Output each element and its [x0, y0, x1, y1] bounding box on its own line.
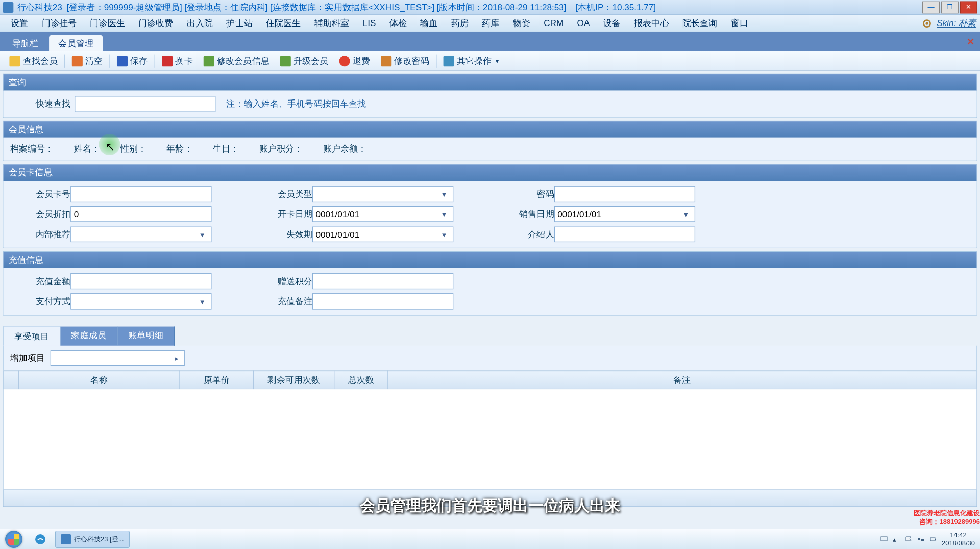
- password-input[interactable]: [554, 186, 695, 203]
- name-label: 姓名：: [74, 143, 100, 155]
- internal-rec-combo[interactable]: ▼: [70, 226, 211, 242]
- menu-blood[interactable]: 输血: [413, 15, 445, 32]
- sale-date-label: 销售日期: [480, 208, 554, 220]
- inner-tab-family[interactable]: 家庭成员: [60, 327, 117, 346]
- recharge-remark-input[interactable]: [312, 293, 453, 310]
- member-type-combo[interactable]: ▼: [312, 186, 453, 203]
- change-pwd-button[interactable]: 修改密码: [376, 53, 435, 69]
- menu-nurse[interactable]: 护士站: [219, 15, 259, 32]
- refund-button[interactable]: 退费: [334, 53, 376, 69]
- chevron-down-icon: ▼: [438, 190, 450, 197]
- menu-admission[interactable]: 出入院: [180, 15, 220, 32]
- card-no-input[interactable]: [70, 186, 211, 203]
- grid-col-remark[interactable]: 备注: [388, 371, 976, 389]
- tray-up-icon[interactable]: ▴: [893, 536, 900, 543]
- recharge-amount-input[interactable]: [70, 273, 211, 290]
- grid-col-price[interactable]: 原单价: [180, 371, 254, 389]
- expire-date-picker[interactable]: 0001/01/01▼: [312, 226, 453, 242]
- close-button[interactable]: ✕: [960, 1, 977, 13]
- swap-card-button[interactable]: 换卡: [157, 53, 199, 69]
- db-info: [连接数据库：实用数据库<XXHIS_TEST>]: [270, 1, 434, 13]
- tray-clock[interactable]: 14:422018/08/30: [942, 531, 975, 547]
- menu-device[interactable]: 设备: [597, 15, 628, 32]
- member-info-section: 会员信息 档案编号： 姓名： 性别： 年龄： 生日： 账户积分： 账户余额： ↖: [3, 121, 977, 161]
- tray-flag-icon[interactable]: [905, 536, 912, 543]
- grid-col-total[interactable]: 总次数: [334, 371, 388, 389]
- edit-member-button[interactable]: 修改会员信息: [198, 53, 275, 69]
- menu-outpatient-fee[interactable]: 门诊收费: [132, 15, 180, 32]
- referrer-label: 介绍人: [480, 228, 554, 240]
- taskbar-app-button[interactable]: 行心科技23 [登...: [55, 531, 130, 548]
- other-ops-button[interactable]: 其它操作▾: [438, 53, 504, 69]
- grid-col-remain[interactable]: 剩余可用次数: [254, 371, 334, 389]
- chevron-down-icon: ▼: [680, 211, 692, 218]
- find-member-button[interactable]: 查找会员: [4, 53, 63, 69]
- skin-label[interactable]: Skin: 朴素: [937, 17, 976, 30]
- upgrade-member-button[interactable]: 升级会员: [275, 53, 334, 69]
- bonus-points-input[interactable]: [312, 273, 453, 290]
- chevron-down-icon: ▼: [196, 231, 208, 238]
- open-date-picker[interactable]: 0001/01/01▼: [312, 206, 453, 222]
- menu-material[interactable]: 物资: [506, 15, 537, 32]
- menu-crm[interactable]: CRM: [537, 16, 570, 31]
- chevron-down-icon: ▼: [196, 298, 208, 305]
- svg-rect-3: [881, 537, 887, 541]
- version-time: [版本时间：2018-08-29 11:28:53]: [437, 1, 567, 13]
- menu-window[interactable]: 窗口: [724, 15, 755, 32]
- toolbar: 查找会员 清空 保存 换卡 修改会员信息 升级会员 退费 修改密码 其它操作▾: [0, 51, 980, 71]
- edit-icon: [204, 56, 214, 66]
- referrer-input[interactable]: [554, 226, 695, 242]
- inner-tab-bill[interactable]: 账单明细: [117, 327, 175, 346]
- card-info-header: 会员卡信息: [4, 164, 977, 181]
- menu-aux[interactable]: 辅助科室: [308, 15, 356, 32]
- add-item-combo[interactable]: ▸: [51, 350, 185, 366]
- svg-rect-5: [921, 539, 924, 541]
- tab-close-icon[interactable]: ✕: [967, 36, 975, 47]
- save-button[interactable]: 保存: [111, 53, 153, 69]
- skin-gear-icon[interactable]: [922, 18, 933, 29]
- tab-strip: 导航栏 会员管理 ✕: [0, 32, 980, 51]
- quick-search-label: 快速查找: [10, 98, 70, 110]
- video-subtitle: 会员管理我们首先要调出一位病人出来: [360, 495, 620, 516]
- items-grid: 名称 原单价 剩余可用次数 总次数 备注: [3, 370, 977, 507]
- svg-rect-4: [918, 538, 920, 540]
- menu-dean[interactable]: 院长查询: [676, 15, 724, 32]
- menu-lis[interactable]: LIS: [356, 16, 382, 31]
- clear-button[interactable]: 清空: [66, 53, 108, 69]
- login-user: [登录者：999999-超级管理员]: [66, 1, 182, 13]
- recharge-amount-label: 充值金额: [10, 276, 70, 288]
- menu-settings[interactable]: 设置: [4, 15, 35, 32]
- grid-col-rowheader[interactable]: [4, 371, 18, 389]
- tray-desktop-icon[interactable]: [880, 536, 888, 543]
- menu-report[interactable]: 报表中心: [627, 15, 676, 32]
- tray-battery-icon[interactable]: [929, 536, 937, 543]
- menu-oa[interactable]: OA: [570, 16, 596, 31]
- grid-body-empty: [4, 389, 977, 490]
- quick-search-input[interactable]: [75, 96, 215, 112]
- tray-network-icon[interactable]: [917, 536, 924, 543]
- svg-rect-6: [930, 538, 935, 541]
- inner-tab-items[interactable]: 享受项目: [3, 327, 60, 346]
- menu-pharmacy[interactable]: 药房: [445, 15, 476, 32]
- member-info-header: 会员信息: [4, 121, 977, 138]
- tab-nav[interactable]: 导航栏: [3, 35, 47, 51]
- title-bar: 行心科技23 [登录者：999999-超级管理员] [登录地点：住院内科] [连…: [0, 0, 980, 15]
- menu-physical[interactable]: 体检: [382, 15, 413, 32]
- chevron-down-icon: ▼: [438, 211, 450, 218]
- grid-col-name[interactable]: 名称: [18, 371, 180, 389]
- pinned-weather[interactable]: [28, 530, 53, 549]
- minimize-button[interactable]: —: [922, 1, 940, 13]
- tab-member[interactable]: 会员管理: [49, 35, 103, 51]
- menu-outpatient-doc[interactable]: 门诊医生: [83, 15, 132, 32]
- start-button[interactable]: [0, 529, 28, 550]
- pay-type-combo[interactable]: ▼: [70, 293, 211, 310]
- menu-inpatient-doc[interactable]: 住院医生: [259, 15, 308, 32]
- menu-outpatient-reg[interactable]: 门诊挂号: [35, 15, 83, 32]
- maximize-button[interactable]: ❐: [941, 1, 959, 13]
- search-section: 查询 快速查找 注：输入姓名、手机号码按回车查找: [3, 74, 977, 118]
- sale-date-picker[interactable]: 0001/01/01▼: [554, 206, 695, 222]
- discount-input[interactable]: [70, 206, 211, 222]
- menu-drugstore[interactable]: 药库: [475, 15, 506, 32]
- recharge-remark-label: 充值备注: [238, 295, 312, 308]
- pwd-icon: [381, 56, 391, 66]
